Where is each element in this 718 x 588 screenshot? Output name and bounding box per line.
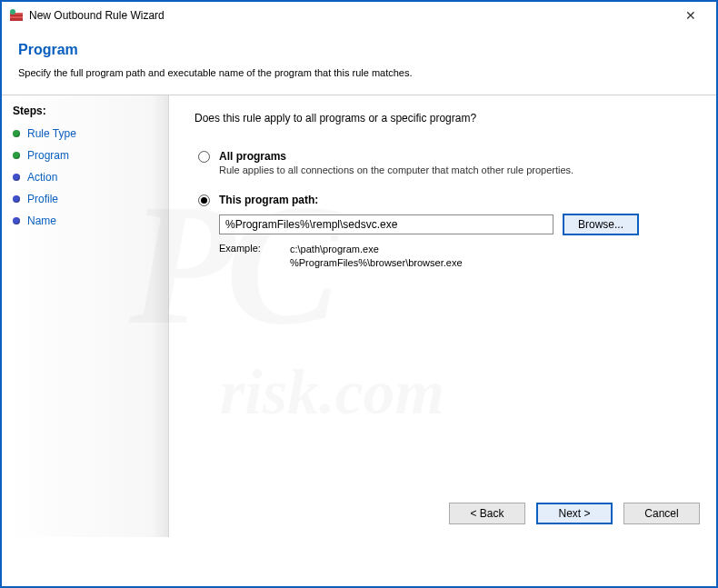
browse-button[interactable]: Browse... (563, 214, 639, 235)
steps-sidebar: Steps: Rule Type Program Action Profile … (2, 95, 169, 537)
option-this-program-path[interactable]: This program path: Browse... Example: c:… (198, 194, 691, 270)
option-all-label: All programs (219, 150, 286, 163)
firewall-icon (9, 8, 24, 23)
next-button[interactable]: Next > (536, 503, 613, 524)
sidebar-item-rule-type[interactable]: Rule Type (13, 123, 157, 145)
sidebar-item-label: Action (27, 171, 57, 184)
sidebar-item-action[interactable]: Action (13, 166, 157, 188)
bullet-icon (13, 217, 20, 224)
sidebar-item-label: Name (27, 214, 56, 227)
back-button[interactable]: < Back (449, 503, 525, 524)
wizard-header: Program Specify the full program path an… (2, 29, 716, 87)
bullet-icon (13, 174, 20, 181)
page-subtitle: Specify the full program path and execut… (18, 67, 700, 78)
example-line-1: c:\path\program.exe (290, 244, 379, 254)
sidebar-item-label: Rule Type (27, 127, 76, 140)
sidebar-item-program[interactable]: Program (13, 145, 157, 166)
option-all-programs[interactable]: All programs Rule applies to all connect… (198, 150, 691, 175)
option-all-sub: Rule applies to all connections on the c… (219, 164, 691, 175)
wizard-buttons: < Back Next > Cancel (449, 503, 700, 524)
question-text: Does this rule apply to all programs or … (194, 112, 691, 125)
example-line-2: %ProgramFiles%\browser\browser.exe (290, 257, 463, 268)
sidebar-item-profile[interactable]: Profile (13, 188, 157, 210)
main-panel: Does this rule apply to all programs or … (169, 95, 716, 537)
steps-title: Steps: (13, 105, 157, 117)
bullet-icon (13, 152, 20, 159)
option-path-label: This program path: (219, 194, 318, 206)
bullet-icon (13, 130, 20, 137)
radio-icon[interactable] (198, 194, 210, 206)
svg-rect-2 (10, 16, 23, 18)
sidebar-item-label: Profile (27, 193, 58, 205)
window-title: New Outbound Rule Wizard (29, 9, 673, 22)
example-label: Example: (219, 243, 290, 270)
example-values: c:\path\program.exe %ProgramFiles%\brows… (290, 243, 463, 270)
svg-point-3 (10, 9, 15, 15)
page-title: Program (18, 42, 700, 58)
bullet-icon (13, 195, 20, 203)
cancel-button[interactable]: Cancel (623, 503, 700, 524)
close-icon[interactable]: ✕ (673, 8, 709, 23)
titlebar: New Outbound Rule Wizard ✕ (2, 2, 716, 29)
sidebar-item-name[interactable]: Name (13, 210, 157, 232)
program-path-input[interactable] (219, 214, 553, 234)
sidebar-item-label: Program (27, 149, 69, 162)
radio-icon[interactable] (198, 151, 210, 163)
